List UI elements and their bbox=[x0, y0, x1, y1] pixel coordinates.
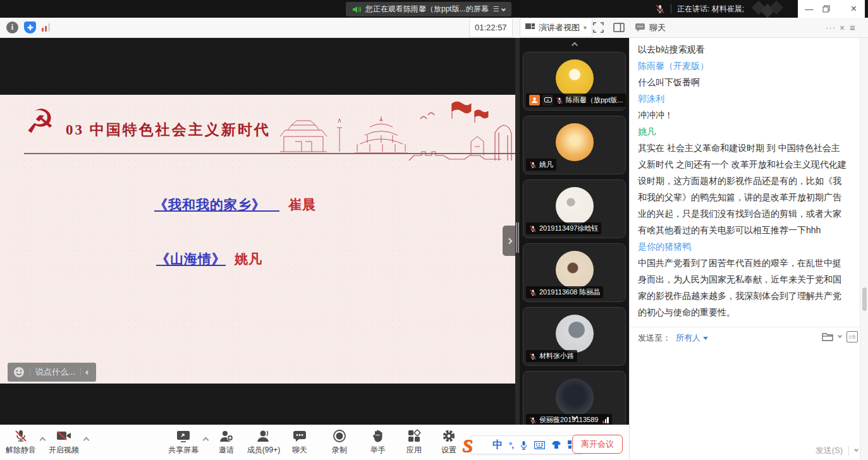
chat-message-input[interactable] bbox=[630, 351, 860, 439]
send-button-row: 发送(S) bbox=[816, 445, 858, 456]
app-logo bbox=[754, 3, 792, 15]
chat-scrollbar[interactable] bbox=[860, 38, 868, 460]
send-to-label: 发送至： bbox=[638, 332, 671, 344]
banner-menu-icon[interactable]: ☰ bbox=[493, 5, 505, 13]
record-icon bbox=[333, 429, 346, 443]
ime-skin-icon[interactable] bbox=[551, 440, 561, 449]
avatar bbox=[556, 315, 594, 353]
chat-more-button[interactable]: ··· bbox=[826, 18, 836, 37]
shared-screen-stage: ☭ 03 中国特色社会主义新时代 《我和我的家乡》 崔晨 《山海情》姚凡 bbox=[0, 38, 515, 425]
folder-dropdown-icon[interactable] bbox=[838, 334, 842, 338]
sidebar-toggle-icon[interactable] bbox=[613, 18, 625, 37]
slide-link-2[interactable]: 《山海情》 bbox=[156, 251, 226, 267]
divider bbox=[80, 368, 81, 377]
panel-menu-icon[interactable]: ≡ bbox=[850, 18, 855, 37]
mic-muted-icon bbox=[529, 353, 537, 360]
restore-button[interactable] bbox=[822, 5, 840, 13]
app-toolbar: i ✚ 01:22:57 演讲者视图 ▾ 聊天 ··· × ≡ bbox=[0, 18, 868, 38]
watching-banner[interactable]: 您正在观看陈雨馨（放ppt版...的屏幕 ☰ bbox=[346, 2, 511, 16]
participant-tile[interactable]: 陈雨馨（放ppt版... bbox=[523, 52, 626, 111]
ime-keyboard-icon[interactable] bbox=[534, 441, 545, 449]
divider bbox=[30, 368, 30, 377]
participant-tile[interactable]: 2019113497徐晗钰 bbox=[523, 179, 626, 238]
minimize-button[interactable]: — bbox=[800, 4, 818, 14]
scrollbar-thumb[interactable] bbox=[862, 288, 867, 311]
ime-toolbar[interactable]: S 中 °, bbox=[470, 435, 584, 454]
members-icon bbox=[257, 430, 271, 442]
participant-name: 2019113608 陈丽晶 bbox=[539, 288, 600, 297]
chat-panel: 以去b站搜索观看 陈雨馨（开麦版） 什么叫下饭番啊 郭洙利 冲冲冲！ 姚凡 其实… bbox=[629, 38, 868, 460]
announcement-icon[interactable]: 公告 bbox=[847, 331, 858, 342]
network-signal-icon bbox=[42, 18, 50, 37]
chat-sender-name[interactable]: 姚凡 bbox=[638, 123, 847, 140]
speaking-indicator: 正在讲话: 材料崔晨; bbox=[655, 0, 744, 18]
settings-gear-icon bbox=[442, 429, 456, 443]
participant-label: 陈雨馨（放ppt版... bbox=[526, 94, 626, 107]
fullscreen-icon[interactable] bbox=[593, 18, 604, 37]
participant-label: 材料张小路 bbox=[526, 350, 577, 362]
participant-tile[interactable]: 材料张小路 bbox=[523, 307, 626, 366]
participant-tile[interactable]: 侯丽薇2019113589 bbox=[523, 371, 626, 425]
presentation-slide: ☭ 03 中国特色社会主义新时代 《我和我的家乡》 崔晨 《山海情》姚凡 bbox=[0, 95, 515, 384]
chat-sender-name[interactable]: 陈雨馨（开麦版） bbox=[638, 58, 847, 74]
stage-divider[interactable] bbox=[515, 38, 520, 425]
leave-meeting-button[interactable]: 离开会议 bbox=[572, 435, 623, 454]
window-controls: — × bbox=[798, 0, 865, 18]
meeting-info-icon[interactable]: i bbox=[6, 18, 18, 37]
folder-icon[interactable] bbox=[822, 332, 833, 342]
send-button[interactable]: 发送(S) bbox=[816, 445, 843, 456]
ime-mic-icon[interactable] bbox=[520, 440, 528, 450]
divider-grip[interactable] bbox=[516, 222, 519, 253]
chat-message: 其实在 社会主义革命和建设时期 到 中国特色社会主义新时代 之间还有一个 改革开… bbox=[638, 140, 847, 238]
sogou-logo[interactable]: S bbox=[462, 435, 473, 456]
participant-label: 2019113497徐晗钰 bbox=[526, 222, 601, 234]
raise-hand-icon bbox=[372, 429, 384, 443]
apps-icon bbox=[407, 429, 421, 443]
participant-tile[interactable]: 姚凡 bbox=[523, 116, 626, 174]
slide-item-1: 《我和我的家乡》 崔晨 bbox=[154, 196, 316, 214]
ime-punctuation-toggle[interactable]: °, bbox=[509, 440, 513, 450]
slide-divider-line bbox=[24, 153, 515, 154]
scroll-up-icon[interactable] bbox=[572, 42, 578, 49]
mic-muted-icon bbox=[529, 161, 537, 169]
start-video-button[interactable]: 开启视频 bbox=[37, 428, 90, 456]
send-options-icon[interactable] bbox=[854, 447, 859, 452]
participant-tile[interactable]: 2019113608 陈丽晶 bbox=[523, 243, 626, 302]
meeting-toolbar: 解除静音 开启视频 共享屏幕 邀请 成员(99+) 聊天 录制 bbox=[0, 425, 629, 460]
participant-name: 材料张小路 bbox=[539, 351, 574, 361]
slide-link-1[interactable]: 《我和我的家乡》 bbox=[154, 197, 266, 212]
participant-label: 2019113608 陈丽晶 bbox=[526, 286, 603, 298]
send-to-row: 发送至： 所有人 bbox=[638, 332, 708, 344]
emoji-icon[interactable] bbox=[13, 366, 25, 378]
panel-collapse-handle[interactable] bbox=[503, 226, 515, 256]
slide-item-2: 《山海情》姚凡 bbox=[156, 250, 262, 268]
collapse-comment-icon[interactable] bbox=[85, 370, 90, 374]
presenter-badge-icon bbox=[529, 95, 540, 106]
chat-message: 冲冲冲！ bbox=[638, 107, 847, 123]
mic-muted-icon bbox=[529, 289, 537, 296]
participants-panel: 陈雨馨（放ppt版... 姚凡 2019113497徐晗钰 bbox=[520, 38, 629, 425]
top-bar: 您正在观看陈雨馨（放ppt版...的屏幕 ☰ 正在讲话: 材料崔晨; — × bbox=[0, 0, 868, 18]
chat-panel-header: 聊天 bbox=[635, 18, 666, 37]
chat-sender-name[interactable]: 是你的猪猪鸭 bbox=[638, 238, 847, 255]
divider bbox=[671, 4, 671, 13]
send-to-dropdown[interactable]: 所有人 bbox=[676, 332, 708, 344]
view-mode-label: 演讲者视图 bbox=[539, 22, 580, 33]
close-button[interactable]: × bbox=[845, 3, 862, 15]
ime-lang-toggle[interactable]: 中 bbox=[492, 439, 503, 452]
participant-name: 陈雨馨（放ppt版... bbox=[566, 95, 623, 105]
mic-muted-icon bbox=[529, 225, 537, 233]
participant-name: 2019113497徐晗钰 bbox=[539, 224, 598, 233]
quick-comment-input[interactable]: 说点什么... bbox=[8, 363, 96, 382]
avatar bbox=[556, 251, 594, 289]
chat-sender-name[interactable]: 郭洙利 bbox=[638, 90, 847, 107]
chat-close-button[interactable]: × bbox=[840, 18, 845, 37]
view-mode-dropdown[interactable]: 演讲者视图 ▾ bbox=[520, 18, 592, 37]
layout-icon bbox=[525, 23, 535, 32]
meeting-window: 您正在观看陈雨馨（放ppt版...的屏幕 ☰ 正在讲话: 材料崔晨; — × i… bbox=[0, 0, 868, 460]
edge-sliver bbox=[865, 0, 868, 18]
mic-muted-icon bbox=[556, 97, 563, 104]
speaker-icon bbox=[352, 6, 361, 13]
security-shield-icon[interactable]: ✚ bbox=[24, 18, 36, 37]
chat-messages: 以去b站搜索观看 陈雨馨（开麦版） 什么叫下饭番啊 郭洙利 冲冲冲！ 姚凡 其实… bbox=[630, 38, 860, 320]
